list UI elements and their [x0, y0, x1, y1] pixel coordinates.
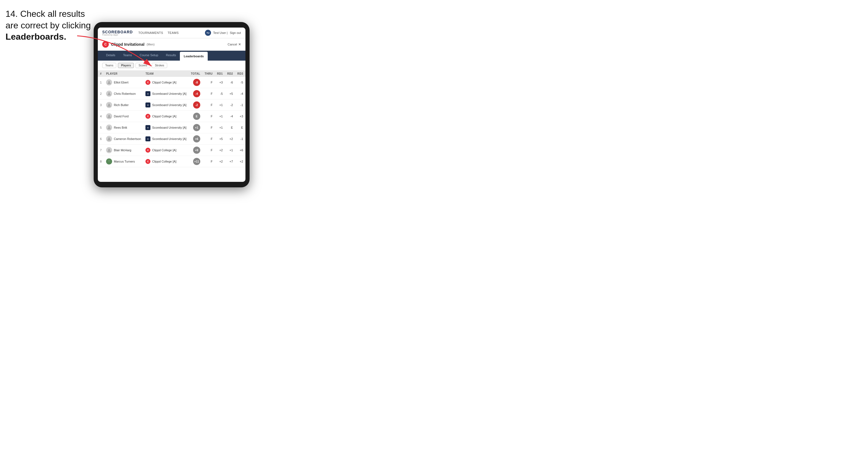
cell-rd3: +2 — [235, 156, 245, 167]
cell-team: Scoreboard University [A] — [143, 99, 189, 111]
player-name: David Ford — [114, 115, 129, 118]
team-logo-sb — [146, 125, 150, 130]
cell-rank: 5 — [98, 122, 104, 133]
cancel-button[interactable]: Cancel ✕ — [227, 42, 241, 46]
team-name: Scoreboard University [A] — [152, 92, 186, 95]
filter-teams[interactable]: Teams — [102, 63, 116, 68]
player-avatar — [106, 147, 112, 153]
cell-rank: 8 — [98, 156, 104, 167]
player-name: Chris Robertson — [114, 92, 135, 95]
col-player: PLAYER — [104, 70, 143, 77]
cell-rd1: +1 — [215, 122, 225, 133]
tab-teams[interactable]: Teams — [119, 51, 136, 61]
cell-rd2: +2 — [225, 133, 235, 145]
score-badge: +9 — [193, 147, 200, 154]
cell-rd3: E — [235, 122, 245, 133]
cell-player: Elliot Ebert — [104, 77, 143, 88]
score-badge: +1 — [193, 124, 200, 131]
cell-total: E — [189, 111, 203, 122]
player-avatar — [106, 102, 112, 108]
cell-rd2: -4 — [225, 111, 235, 122]
cell-player: Marcus Turners — [104, 156, 143, 167]
team-logo-c: C — [146, 80, 150, 85]
filter-bar: Teams Players Scores Strokes — [98, 61, 245, 70]
cell-team: CClippd College [A] — [143, 145, 189, 156]
cell-thru: F — [203, 88, 215, 99]
cell-player: Rich Butler — [104, 99, 143, 111]
cell-rd3: -1 — [235, 133, 245, 145]
cell-rd2: +1 — [225, 145, 235, 156]
table-row: 7Blair McHargCClippd College [A]+9F+2+1+… — [98, 145, 245, 156]
cell-total: +6 — [189, 133, 203, 145]
table-row: 6Cameron RobertsonScoreboard University … — [98, 133, 245, 145]
cell-thru: F — [203, 99, 215, 111]
cell-total: +1 — [189, 122, 203, 133]
player-name: Rees Britt — [114, 126, 127, 129]
cell-thru: F — [203, 133, 215, 145]
tournament-format: (Men) — [147, 43, 155, 46]
cell-rd3: -1 — [235, 99, 245, 111]
cell-total: -4 — [189, 88, 203, 99]
score-badge: +11 — [193, 158, 200, 165]
cell-rd3: +6 — [235, 145, 245, 156]
cell-player: David Ford — [104, 111, 143, 122]
cell-total: +9 — [189, 145, 203, 156]
tablet-frame: SCOREBOARD Powered by clippd TOURNAMENTS… — [94, 22, 250, 187]
cell-rd1: +3 — [215, 77, 225, 88]
cell-rank: 7 — [98, 145, 104, 156]
score-badge: -4 — [193, 90, 200, 97]
cell-rd1: +1 — [215, 111, 225, 122]
cell-rd1: +2 — [215, 156, 225, 167]
table-row: 3Rich ButlerScoreboard University [A]-2F… — [98, 99, 245, 111]
tab-results[interactable]: Results — [162, 51, 180, 61]
col-rd1: RD1 — [215, 70, 225, 77]
nav-teams[interactable]: TEAMS — [167, 30, 179, 35]
col-rd2: RD2 — [225, 70, 235, 77]
table-row: 8Marcus TurnersCClippd College [A]+11F+2… — [98, 156, 245, 167]
filter-players[interactable]: Players — [118, 63, 134, 68]
cell-rank: 1 — [98, 77, 104, 88]
team-logo-c: C — [146, 159, 150, 164]
cell-team: Scoreboard University [A] — [143, 133, 189, 145]
filter-strokes[interactable]: Strokes — [152, 63, 167, 68]
cell-player: Chris Robertson — [104, 88, 143, 99]
cell-rd3: +3 — [235, 111, 245, 122]
tab-leaderboards[interactable]: Leaderboards — [180, 52, 208, 61]
cell-rd2: +5 — [225, 88, 235, 99]
cell-thru: F — [203, 111, 215, 122]
sign-out-link[interactable]: Sign out — [230, 31, 241, 34]
leaderboard-table: # PLAYER TEAM TOTAL THRU RD1 RD2 RD3 1El… — [98, 70, 245, 167]
score-badge: -8 — [193, 79, 200, 86]
nav-tournaments[interactable]: TOURNAMENTS — [138, 30, 163, 35]
cell-thru: F — [203, 156, 215, 167]
score-badge: +6 — [193, 135, 200, 143]
cell-rank: 3 — [98, 99, 104, 111]
col-thru: THRU — [203, 70, 215, 77]
cell-team: Scoreboard University [A] — [143, 122, 189, 133]
nav-left: SCOREBOARD Powered by clippd TOURNAMENTS… — [102, 30, 179, 36]
page-layout: 14. Check all results are correct by cli… — [5, 8, 250, 187]
team-name: Scoreboard University [A] — [152, 137, 186, 141]
team-logo-sb — [146, 136, 150, 141]
table-row: 1Elliot EbertCClippd College [A]-8F+3-6-… — [98, 77, 245, 88]
cell-player: Rees Britt — [104, 122, 143, 133]
tournament-header: C Clippd Invitational (Men) Cancel ✕ — [98, 38, 245, 51]
filter-scores[interactable]: Scores — [135, 63, 150, 68]
tablet-screen: SCOREBOARD Powered by clippd TOURNAMENTS… — [98, 28, 245, 182]
cell-rd2: -6 — [225, 77, 235, 88]
col-rank: # — [98, 70, 104, 77]
player-avatar — [106, 79, 112, 85]
cell-rd2: +7 — [225, 156, 235, 167]
cell-player: Cameron Robertson — [104, 133, 143, 145]
tab-course-setup[interactable]: Course Setup — [136, 51, 162, 61]
cell-team: CClippd College [A] — [143, 77, 189, 88]
team-name: Clippd College [A] — [152, 160, 176, 163]
cell-rd1: +2 — [215, 145, 225, 156]
cell-player: Blair McHarg — [104, 145, 143, 156]
cell-team: Scoreboard University [A] — [143, 88, 189, 99]
tab-details[interactable]: Details — [102, 51, 119, 61]
tab-bar: Details Teams Course Setup Results Leade… — [98, 51, 245, 61]
instruction-block: 14. Check all results are correct by cli… — [5, 8, 107, 48]
cell-rank: 4 — [98, 111, 104, 122]
cell-rd3: -5 — [235, 77, 245, 88]
